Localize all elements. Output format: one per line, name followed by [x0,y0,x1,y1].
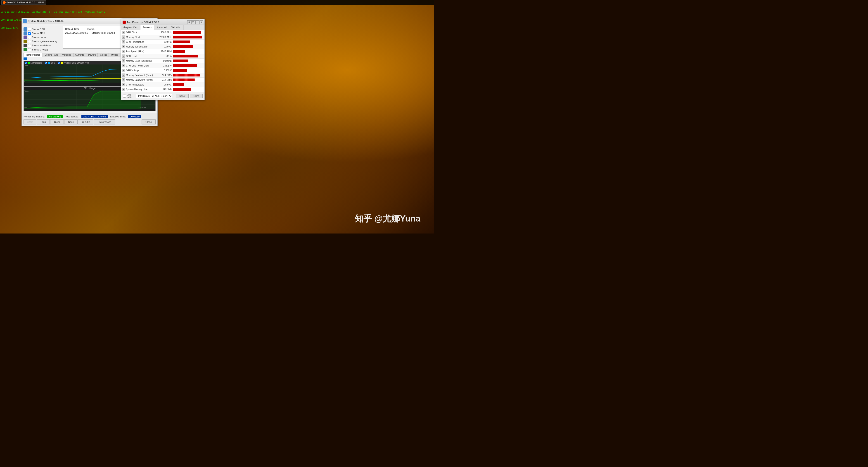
sensor-bar-container-6 [173,59,204,62]
sensor-bar-1 [173,36,202,38]
stress-fpu-checkbox[interactable] [28,32,31,35]
stress-memory-checkbox[interactable] [28,40,31,43]
gpuz-tab-advanced[interactable]: Advanced [154,25,169,30]
sensor-bar-3 [173,45,193,48]
sensor-value-0: 1950.0 MHz [157,31,173,34]
start-button[interactable]: Start [24,119,36,124]
log-to-file-label: Log to file [127,93,132,98]
legend-ssd: Predator SSD GM7000 4TB [58,62,89,64]
tab-unified[interactable]: Unified [109,53,120,57]
gpuz-reset-btn[interactable]: Reset [176,94,189,98]
sensor-name-0: ▼GPU Clock [122,31,157,34]
sensor-row-2: ▼GPU Temperature62.0 °C [121,39,205,45]
checkbox-stress-cpu[interactable]: Stress CPU [24,27,62,31]
sensor-dropdown-1[interactable]: ▼ [122,35,125,39]
sensor-row-9: ▼Memory Bandwidth (Read)72.4 GB/s [121,73,205,78]
sensor-row-1: ▼Memory Clock2000.0 MHz [121,35,205,39]
tab-currents[interactable]: Currents [73,53,86,57]
log-to-file-container: Log to file [123,93,132,98]
gpuz-settings-btn[interactable]: ⚙ [187,20,191,24]
stress-cpu-checkbox[interactable] [28,28,31,31]
status-value: Stability Test: Started [92,31,115,34]
cpu-icon [24,27,27,31]
sensor-name-6: ▼Memory Used (Dedicated) [122,59,157,62]
log-to-file-checkbox[interactable] [123,94,126,97]
tab-cooling-fans[interactable]: Cooling Fans [42,53,60,57]
stress-gpu-checkbox[interactable] [28,48,31,51]
sensor-value-1: 2000.0 MHz [157,36,173,38]
sensor-name-4: ▼Fan Speed (RPM) [122,50,157,53]
taskbar: Geeks3D FurMark v1.36.0.0 – 39FPS [0,0,434,5]
gpuz-restore-btn[interactable]: ❐ [191,20,195,24]
sensor-dropdown-0[interactable]: ▼ [122,31,125,34]
gpuz-footer: Log to file Intel(R) Arc(TM) A580 Graphi… [121,92,205,100]
sensor-name-5: ▼GPU Load [122,55,157,58]
aida64-icon [23,19,27,23]
sensor-value-4: 1546 RPM [157,50,173,53]
sensor-name-11: ▼CPU Temperature [122,83,157,86]
sensor-dropdown-5[interactable]: ▼ [122,55,125,58]
sensor-name-2: ▼GPU Temperature [122,40,157,43]
preferences-button[interactable]: Preferences [94,119,115,124]
stress-fpu-label: Stress FPU [32,32,44,35]
sensor-dropdown-2[interactable]: ▼ [122,40,125,43]
sensor-bar-container-5 [173,55,204,57]
taskbar-furmark-label: Geeks3D FurMark v1.36.0.0 – 39FPS [6,1,44,4]
stress-local-checkbox[interactable] [28,44,31,47]
cpuid-button[interactable]: CPUID [78,119,93,124]
close-button[interactable]: Close [142,119,156,124]
sensor-dropdown-6[interactable]: ▼ [122,59,125,62]
clear-button[interactable]: Clear [50,119,64,124]
stop-button[interactable]: Stop [37,119,50,124]
cpu-time-label: 18:40:55 [138,107,146,109]
gpuz-tab-sensors[interactable]: Sensors [141,25,154,30]
sensor-dropdown-8[interactable]: ▼ [122,69,125,72]
checkbox-stress-gpu[interactable]: Stress GPU(s) [24,48,62,51]
sensor-dropdown-12[interactable]: ▼ [122,88,125,91]
gpuz-tab-validation[interactable]: Validation [169,25,183,30]
tab-voltages[interactable]: Voltages [60,53,73,57]
fpu-icon [24,31,27,35]
tab-powers[interactable]: Powers [86,53,98,57]
save-button[interactable]: Save [64,119,78,124]
sensor-dropdown-4[interactable]: ▼ [122,50,125,53]
checkbox-stress-cache[interactable]: Stress cache [24,35,62,39]
tab-temperatures[interactable]: Temperatures [24,53,42,57]
legend-mb-checkbox[interactable] [25,62,27,64]
sensors-content: ▼GPU Clock1950.0 MHz▼Memory Clock2000.0 … [121,30,205,92]
gpuz-minimize-btn[interactable]: ─ [195,20,199,24]
legend-ssd-checkbox[interactable] [58,62,60,64]
date-time-header: Date & Time [65,28,83,30]
gpuz-title: TechPowerUp GPU-Z 2.55.0 [127,21,186,24]
legend-ssd-label: Predator SSD GM7000 4TB [64,62,89,64]
checkbox-stress-memory[interactable]: Stress system memory [24,39,62,43]
sensor-bar-container-3 [173,45,204,48]
sensor-dropdown-9[interactable]: ▼ [122,74,125,77]
sensor-dropdown-3[interactable]: ▼ [122,45,125,48]
checkbox-stress-fpu[interactable]: Stress FPU [24,31,62,35]
sensor-bar-container-11 [173,83,204,86]
sensor-row-7: ▼GPU Chip Power Draw134.2 W [121,63,205,68]
checkbox-stress-local[interactable]: Stress local disks [24,44,62,47]
gpuz-tab-graphics-card[interactable]: Graphics Card [121,25,141,30]
stress-cache-checkbox[interactable] [28,36,31,39]
gpuz-close-btn[interactable]: ✕ [199,20,203,24]
sensor-dropdown-11[interactable]: ▼ [122,83,125,86]
sensor-row-11: ▼CPU Temperature75.9 °C [121,82,205,87]
sensor-name-1: ▼Memory Clock [122,35,157,39]
sensor-row-6: ▼Memory Used (Dedicated)3460 MB [121,59,205,63]
chart-scroll-indicator[interactable] [24,57,27,60]
tab-clocks[interactable]: Clocks [98,53,109,57]
sensor-row-10: ▼Memory Bandwidth (Write)52.4 GB/s [121,78,205,82]
legend-cpu-checkbox[interactable] [45,62,47,64]
sensor-bar-10 [173,79,195,81]
cpu-color [48,62,50,64]
sensor-value-8: 0.905 V [157,69,173,72]
gpuz-close-btn-footer[interactable]: Close [190,94,203,98]
gpu-select[interactable]: Intel(R) Arc(TM) A580 Graphics [136,94,172,98]
sensor-name-3: ▼Memory Temperature [122,45,157,48]
sensor-dropdown-7[interactable]: ▼ [122,64,125,67]
sensor-dropdown-10[interactable]: ▼ [122,78,125,82]
sensor-value-3: 72.0 °C [157,46,173,48]
taskbar-furmark[interactable]: Geeks3D FurMark v1.36.0.0 – 39FPS [1,0,46,4]
